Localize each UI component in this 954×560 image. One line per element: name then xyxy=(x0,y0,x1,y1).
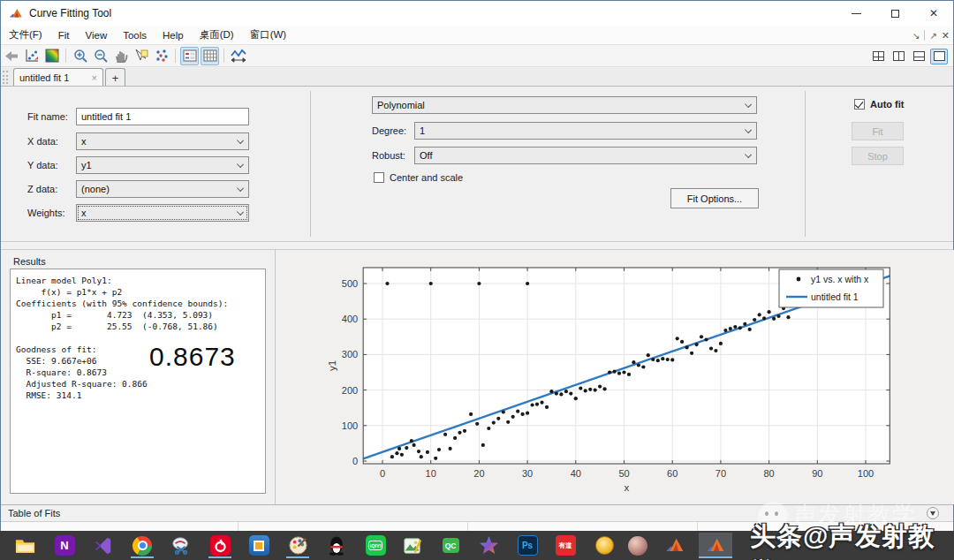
taskbar-qc-icon[interactable]: QC xyxy=(434,533,467,558)
x-data-label: X data: xyxy=(27,136,76,147)
svg-text:90: 90 xyxy=(812,468,822,479)
x-data-dropdown[interactable]: x xyxy=(76,132,249,150)
results-box[interactable]: Linear model Poly1: f(x) = p1*x + p2 Coe… xyxy=(10,269,266,494)
degree-dropdown[interactable]: 1 xyxy=(414,122,757,140)
y-data-label: Y data: xyxy=(27,160,76,170)
undock-icon[interactable]: ↗ xyxy=(929,31,936,41)
stop-button[interactable]: Stop xyxy=(852,147,904,165)
curve-fitting-tool-window: Curve Fitting Tool ✕ 文件(F) Fit View Tool… xyxy=(0,0,954,531)
axes-fit-icon[interactable] xyxy=(229,47,247,65)
pan-hand-icon[interactable] xyxy=(111,47,130,65)
svg-text:0: 0 xyxy=(352,456,358,466)
taskbar-file-explorer-icon[interactable] xyxy=(8,533,42,558)
layout-single-icon[interactable] xyxy=(930,49,948,64)
taskbar-onenote-icon[interactable]: N xyxy=(48,533,81,558)
svg-text:300: 300 xyxy=(342,349,358,359)
menu-desktop[interactable]: 桌面(D) xyxy=(192,26,242,44)
taskbar-user-avatar-icon[interactable] xyxy=(621,533,655,558)
fit-type-dropdown[interactable]: Polynomial xyxy=(372,96,757,114)
chevron-down-icon xyxy=(745,101,752,108)
fit-options-button[interactable]: Fit Options... xyxy=(670,188,759,208)
taskbar-tencent-video-icon[interactable] xyxy=(472,533,505,558)
svg-text:100: 100 xyxy=(342,420,358,431)
back-arrow-icon[interactable] xyxy=(2,47,20,65)
menu-help[interactable]: Help xyxy=(155,26,192,44)
chevron-down-icon xyxy=(237,161,244,168)
results-panel: Results Linear model Poly1: f(x) = p1*x … xyxy=(1,250,276,504)
y-data-dropdown[interactable]: y1 xyxy=(76,156,249,174)
table-of-fits-bar[interactable]: Table of Fits xyxy=(1,504,953,521)
menu-file[interactable]: 文件(F) xyxy=(1,26,50,44)
svg-text:200: 200 xyxy=(342,385,358,396)
taskbar-chrome-icon[interactable] xyxy=(125,533,159,558)
weights-dropdown[interactable]: x xyxy=(76,204,249,222)
svg-text:y1 vs. x with x: y1 vs. x with x xyxy=(811,274,869,284)
layout-rows-icon[interactable] xyxy=(910,49,928,64)
zoom-out-icon[interactable] xyxy=(91,47,110,65)
taskbar-iqiyi-icon[interactable]: iQIYI xyxy=(359,533,392,558)
tab-drag-handle[interactable] xyxy=(3,71,8,84)
taskbar-matlab-active-icon[interactable] xyxy=(699,533,732,558)
taskbar-youdao-icon[interactable]: 有道 xyxy=(549,533,582,558)
legend-toggle-icon[interactable] xyxy=(180,47,199,65)
brush-data-icon[interactable] xyxy=(152,47,170,65)
plot-data-icon[interactable] xyxy=(22,47,41,65)
tab-bar: untitled fit 1 × + xyxy=(1,68,953,87)
taskbar-paint-icon[interactable] xyxy=(281,533,314,558)
tab-title: untitled fit 1 xyxy=(19,72,88,83)
datatip-icon[interactable] xyxy=(132,47,150,65)
svg-text:0: 0 xyxy=(380,468,385,479)
menu-fit[interactable]: Fit xyxy=(50,26,78,44)
colormap-icon[interactable] xyxy=(42,47,61,65)
minimize-button[interactable] xyxy=(837,1,875,26)
svg-text:500: 500 xyxy=(342,278,358,289)
center-and-scale-label: Center and scale xyxy=(390,172,463,183)
close-button[interactable]: ✕ xyxy=(914,1,953,26)
svg-text:20: 20 xyxy=(473,468,484,479)
menu-window[interactable]: 窗口(W) xyxy=(242,26,295,44)
zoom-in-icon[interactable] xyxy=(71,47,89,65)
svg-text:70: 70 xyxy=(716,468,726,479)
svg-text:untitled fit 1: untitled fit 1 xyxy=(811,291,859,302)
layout-grid-icon[interactable] xyxy=(869,49,887,64)
menu-tools[interactable]: Tools xyxy=(115,26,155,44)
tab-untitled-fit-1[interactable]: untitled fit 1 × xyxy=(13,68,103,87)
grid-toggle-icon[interactable] xyxy=(201,47,219,65)
robust-dropdown[interactable]: Off xyxy=(414,147,757,164)
close-panel-icon[interactable]: ✕ xyxy=(942,30,950,42)
layout-columns-icon[interactable] xyxy=(890,49,907,64)
taskbar-vmware-icon[interactable] xyxy=(242,533,276,558)
svg-text:y1: y1 xyxy=(327,360,337,371)
maximize-button[interactable] xyxy=(875,1,914,26)
menu-view[interactable]: View xyxy=(77,26,115,44)
fit-button[interactable]: Fit xyxy=(852,122,904,140)
fit-name-input[interactable]: untitled fit 1 xyxy=(76,108,249,125)
table-filter-icon[interactable] xyxy=(927,507,939,519)
matlab-logo-icon xyxy=(9,8,23,19)
auto-fit-checkbox[interactable] xyxy=(854,99,865,110)
rsquare-overlay-annotation: 0.8673 xyxy=(149,342,236,372)
taskbar-snipping-tool-icon[interactable] xyxy=(164,533,198,558)
taskbar-photoshop-icon[interactable]: Ps xyxy=(511,533,544,558)
taskbar-matlab-icon[interactable] xyxy=(658,533,692,558)
fit-plot[interactable]: 01020304050607080901000100200300400500xy… xyxy=(276,250,954,504)
fit-plot-panel[interactable]: 01020304050607080901000100200300400500xy… xyxy=(276,250,954,504)
tab-close-icon[interactable]: × xyxy=(92,72,97,83)
svg-text:80: 80 xyxy=(763,468,774,479)
menu-bar: 文件(F) Fit View Tools Help 桌面(D) 窗口(W) xyxy=(1,26,953,45)
taskbar-visual-studio-icon[interactable] xyxy=(87,533,120,558)
chevron-down-icon xyxy=(237,208,244,216)
taskbar-netease-music-icon[interactable] xyxy=(203,533,237,558)
new-fit-tab-button[interactable]: + xyxy=(105,68,125,87)
taskbar-coin-icon[interactable] xyxy=(587,533,621,558)
z-data-dropdown[interactable]: (none) xyxy=(76,180,249,198)
results-header: Results xyxy=(13,256,46,267)
taskbar-image-editor-icon[interactable] xyxy=(396,533,429,558)
dock-icon[interactable]: ↘ xyxy=(912,31,920,41)
svg-text:40: 40 xyxy=(571,468,581,479)
auto-fit-label: Auto fit xyxy=(870,99,904,110)
taskbar-qq-icon[interactable] xyxy=(320,533,353,558)
center-and-scale-checkbox[interactable] xyxy=(374,172,384,183)
toolbar xyxy=(1,45,953,67)
horizontal-splitter[interactable] xyxy=(1,241,953,250)
